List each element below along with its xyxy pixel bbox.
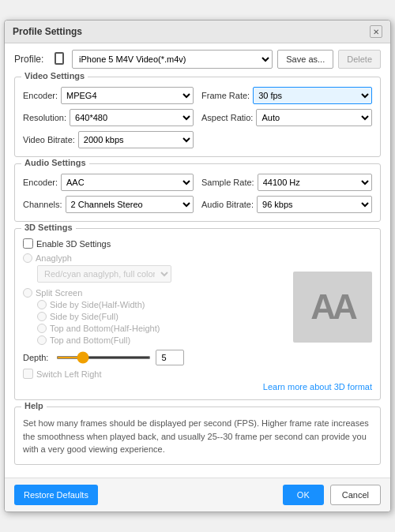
radio-group: Anaglyph Red/cyan anaglyph, full color S… (23, 253, 285, 345)
top-bottom-full-radio[interactable] (37, 335, 47, 345)
help-section: Help Set how many frames should be displ… (14, 406, 381, 465)
top-bottom-half-row: Top and Bottom(Half-Height) (37, 324, 285, 333)
3d-settings-body: Enable 3D Settings Anaglyph Red/cyan ana… (23, 235, 372, 379)
channels-label: Channels: (23, 200, 62, 209)
audio-encoder-label: Encoder: (23, 178, 58, 187)
enable-3d-label: Enable 3D Settings (36, 239, 111, 249)
dialog-title: Profile Settings (13, 26, 82, 37)
audio-settings-title: Audio Settings (21, 158, 89, 167)
sample-rate-row: Sample Rate: 44100 Hz (201, 174, 372, 191)
depth-input[interactable] (156, 350, 184, 365)
audio-encoder-select[interactable]: AAC (61, 174, 194, 191)
aspect-ratio-row: Aspect Ratio: Auto (201, 109, 372, 126)
encoder-label: Encoder: (23, 91, 58, 100)
side-by-side-full-label: Side by Side(Full) (50, 312, 118, 321)
anaglyph-radio-row: Anaglyph (23, 253, 285, 263)
aspect-ratio-select[interactable]: Auto (256, 109, 372, 126)
sample-rate-select[interactable]: 44100 Hz (258, 174, 372, 191)
audio-bitrate-label: Audio Bitrate: (201, 200, 254, 209)
audio-settings-section: Audio Settings Encoder: AAC Sample Rate:… (14, 163, 381, 222)
3d-preview-panel: AA (293, 235, 372, 379)
side-by-side-full-radio[interactable] (37, 312, 47, 321)
frame-rate-label: Frame Rate: (201, 91, 250, 100)
anaglyph-select[interactable]: Red/cyan anaglyph, full color (37, 265, 171, 283)
encoder-select[interactable]: MPEG4 (61, 87, 194, 104)
split-screen-radio[interactable] (23, 288, 32, 298)
top-bottom-full-label: Top and Bottom(Full) (50, 335, 130, 345)
aa-preview-text: AA (310, 287, 355, 327)
depth-slider[interactable] (56, 356, 151, 359)
aa-preview: AA (293, 272, 372, 343)
anaglyph-radio[interactable] (23, 253, 32, 263)
audio-bitrate-select[interactable]: 96 kbps (257, 196, 372, 213)
video-settings-section: Video Settings Encoder: MPEG4 Frame Rate… (14, 77, 381, 157)
switch-left-right-checkbox[interactable] (23, 369, 33, 379)
channels-row: Channels: 2 Channels Stereo (23, 196, 194, 213)
video-settings-title: Video Settings (21, 71, 88, 81)
switch-left-right-row: Switch Left Right (23, 369, 285, 379)
resolution-label: Resolution: (23, 113, 66, 122)
audio-settings-grid: Encoder: AAC Sample Rate: 44100 Hz Chann… (23, 174, 372, 213)
video-bitrate-label: Video Bitrate: (23, 135, 75, 144)
split-screen-radio-row: Split Screen (23, 288, 285, 298)
resolution-select[interactable]: 640*480 (70, 109, 194, 126)
top-bottom-full-row: Top and Bottom(Full) (37, 335, 285, 345)
restore-defaults-button[interactable]: Restore Defaults (14, 485, 98, 505)
resolution-row: Resolution: 640*480 (23, 109, 194, 126)
dialog-content: Profile: iPhone 5 M4V Video(*.m4v) Save … (5, 43, 390, 478)
profile-label: Profile: (14, 54, 50, 65)
save-as-button[interactable]: Save as... (277, 50, 333, 69)
close-button[interactable]: ✕ (370, 25, 382, 38)
audio-bitrate-row: Audio Bitrate: 96 kbps (201, 196, 372, 213)
aspect-ratio-label: Aspect Ratio: (201, 113, 253, 122)
title-bar: Profile Settings ✕ (5, 21, 390, 43)
enable-3d-checkbox[interactable] (23, 238, 33, 249)
depth-label: Depth: (23, 353, 51, 362)
frame-rate-select[interactable]: 30 fps (253, 87, 372, 104)
3d-settings-left: Enable 3D Settings Anaglyph Red/cyan ana… (23, 235, 285, 379)
cancel-button[interactable]: Cancel (330, 485, 381, 505)
top-bottom-half-label: Top and Bottom(Half-Height) (50, 324, 160, 333)
side-by-side-full-row: Side by Side(Full) (37, 312, 285, 321)
enable-3d-row: Enable 3D Settings (23, 238, 285, 249)
side-by-side-half-label: Side by Side(Half-Width) (50, 300, 145, 309)
help-title: Help (21, 401, 47, 410)
learn-more-link[interactable]: Learn more about 3D format (23, 382, 372, 392)
side-by-side-half-row: Side by Side(Half-Width) (37, 300, 285, 309)
help-text: Set how many frames should be displayed … (23, 417, 372, 456)
split-screen-label: Split Screen (36, 288, 82, 298)
channels-select[interactable]: 2 Channels Stereo (66, 196, 194, 213)
frame-rate-row: Frame Rate: 30 fps (201, 87, 372, 104)
3d-settings-section: 3D Settings Enable 3D Settings Anaglyph (14, 228, 381, 400)
video-bitrate-select[interactable]: 2000 kbps (78, 131, 194, 148)
sample-rate-label: Sample Rate: (201, 178, 254, 187)
profile-select[interactable]: iPhone 5 M4V Video(*.m4v) (72, 50, 273, 69)
top-bottom-half-radio[interactable] (37, 324, 47, 333)
ok-button[interactable]: OK (283, 485, 324, 505)
video-settings-grid: Encoder: MPEG4 Frame Rate: 30 fps Resolu… (23, 87, 372, 148)
profile-row: Profile: iPhone 5 M4V Video(*.m4v) Save … (14, 50, 381, 69)
depth-row: Depth: (23, 350, 285, 365)
3d-settings-title: 3D Settings (21, 223, 76, 232)
delete-button[interactable]: Delete (338, 50, 381, 69)
switch-left-right-label: Switch Left Right (36, 369, 102, 379)
profile-settings-dialog: Profile Settings ✕ Profile: iPhone 5 M4V… (4, 20, 391, 512)
audio-encoder-row: Encoder: AAC (23, 174, 194, 191)
footer: Restore Defaults OK Cancel (5, 478, 390, 511)
side-by-side-half-radio[interactable] (37, 300, 47, 309)
encoder-row: Encoder: MPEG4 (23, 87, 194, 104)
phone-icon (55, 52, 64, 65)
footer-right-buttons: OK Cancel (283, 485, 381, 505)
anaglyph-label: Anaglyph (36, 253, 72, 263)
video-bitrate-row: Video Bitrate: 2000 kbps (23, 131, 194, 148)
